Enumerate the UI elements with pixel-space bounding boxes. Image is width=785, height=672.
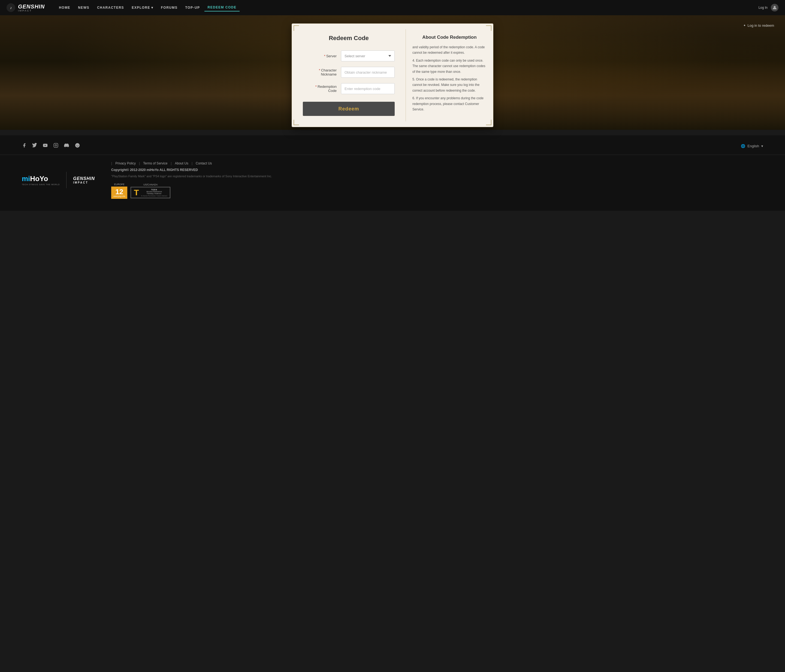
modal-right-panel: About Code Redemption and validity perio… xyxy=(406,24,493,127)
footer-logo-divider xyxy=(66,172,67,188)
logo-text-block: GENSHIN IMPACT xyxy=(18,3,45,12)
twitter-icon[interactable] xyxy=(32,143,37,149)
discord-icon[interactable] xyxy=(64,143,69,149)
music-icon: ♪ xyxy=(6,3,15,12)
redeem-modal: Redeem Code *Server Select server Americ… xyxy=(292,23,493,127)
about-us-link[interactable]: About Us xyxy=(173,161,191,165)
footer-ratings: EUROPE 12 www.pegi.info US/CANADA T TEEN… xyxy=(111,183,763,199)
mihoyo-tagline: TECH OTAKUS SAVE THE WORLD xyxy=(22,183,60,185)
corner-tl xyxy=(294,25,299,31)
avatar[interactable] xyxy=(771,4,779,11)
character-label: *Character Nickname xyxy=(303,68,341,76)
server-row: *Server Select server America Europe Asi… xyxy=(303,50,395,61)
nav-characters[interactable]: CHARACTERS xyxy=(94,4,127,11)
about-code-title: About Code Redemption xyxy=(413,34,486,40)
navbar: ♪ GENSHIN IMPACT HOME NEWS CHARACTERS EX… xyxy=(0,0,785,15)
navbar-logo[interactable]: ♪ GENSHIN IMPACT xyxy=(6,3,45,12)
logo-main: GENSHIN xyxy=(18,3,45,9)
footer-social-bar: 🌐 English ▾ xyxy=(0,143,785,155)
mihoyo-logo-block: miHoYo TECH OTAKUS SAVE THE WORLD xyxy=(22,175,60,185)
esrb-badge: T TEEN Alcohol Reference Fantasy Violenc… xyxy=(131,187,170,198)
nav-links: HOME NEWS CHARACTERS EXPLORE ▾ FORUMS TO… xyxy=(56,4,758,11)
redemption-code-row: *Redemption Code xyxy=(303,83,395,94)
mihoyo-logo: miHoYo xyxy=(22,175,60,183)
login-prompt[interactable]: ✦ Log in to redeem xyxy=(743,23,774,28)
chevron-down-icon: ▾ xyxy=(151,6,153,9)
redeem-button[interactable]: Redeem xyxy=(303,102,395,116)
redemption-code-label: *Redemption Code xyxy=(303,85,341,93)
nav-explore[interactable]: EXPLORE ▾ xyxy=(128,4,156,11)
modal-title: Redeem Code xyxy=(303,34,395,42)
language-selector[interactable]: 🌐 English ▾ xyxy=(741,144,763,148)
server-select[interactable]: Select server America Europe Asia TW/HK/… xyxy=(341,50,395,61)
nav-redeem-code[interactable]: REDEEM CODE xyxy=(205,4,240,11)
corner-br xyxy=(486,120,491,125)
nav-news[interactable]: NEWS xyxy=(75,4,93,11)
instagram-icon[interactable] xyxy=(53,143,58,149)
nav-right: Log In xyxy=(758,4,779,11)
esrb-label-block: US/CANADA T TEEN Alcohol Reference Fanta… xyxy=(131,183,170,198)
modal-left-panel: Redeem Code *Server Select server Americ… xyxy=(292,24,406,127)
character-row: *Character Nickname xyxy=(303,67,395,78)
chevron-down-icon: ▾ xyxy=(761,144,763,148)
footer-links: | Privacy Policy | Terms of Service | Ab… xyxy=(111,161,763,165)
nav-topup[interactable]: TOP-UP xyxy=(182,4,203,11)
redemption-code-input[interactable] xyxy=(341,83,395,94)
footer-right-content: | Privacy Policy | Terms of Service | Ab… xyxy=(111,161,763,199)
svg-rect-2 xyxy=(54,143,58,147)
reddit-icon[interactable] xyxy=(75,143,80,149)
footer-logos: miHoYo TECH OTAKUS SAVE THE WORLD GENSHI… xyxy=(22,161,95,199)
hero-section: ✦ Log in to redeem Redeem Code *Server S… xyxy=(0,15,785,135)
youtube-icon[interactable] xyxy=(42,143,48,149)
footer: 🌐 English ▾ miHoYo TECH OTAKUS SAVE THE … xyxy=(0,135,785,211)
social-icons-group xyxy=(22,143,80,149)
globe-icon: 🌐 xyxy=(741,144,745,148)
contact-us-link[interactable]: Contact Us xyxy=(194,161,214,165)
sparkle-icon: ✦ xyxy=(743,24,746,27)
login-button[interactable]: Log In xyxy=(758,6,768,9)
pegi-label-block: EUROPE 12 www.pegi.info xyxy=(111,183,127,199)
nav-home[interactable]: HOME xyxy=(56,4,73,11)
esrb-t: T xyxy=(134,188,139,197)
about-code-text: and validity period of the redemption co… xyxy=(413,44,486,112)
trademark-text: "PlayStation Family Mark" and "PS4 logo"… xyxy=(111,174,763,179)
corner-tr xyxy=(486,25,491,31)
footer-main-content: miHoYo TECH OTAKUS SAVE THE WORLD GENSHI… xyxy=(0,155,785,205)
terms-of-service-link[interactable]: Terms of Service xyxy=(141,161,169,165)
facebook-icon[interactable] xyxy=(22,143,27,149)
copyright-text: Copyright© 2012-2020 miHoYo ALL RIGHTS R… xyxy=(111,168,763,172)
privacy-policy-link[interactable]: Privacy Policy xyxy=(113,161,138,165)
pegi-badge: 12 www.pegi.info xyxy=(111,186,127,199)
genshin-footer-logo: GENSHIN IMPACT xyxy=(73,176,95,184)
nav-forums[interactable]: FORUMS xyxy=(158,4,181,11)
character-nickname-input[interactable] xyxy=(341,67,395,78)
corner-bl xyxy=(294,120,299,125)
server-label: *Server xyxy=(303,54,341,58)
logo-subtitle: IMPACT xyxy=(18,9,45,12)
